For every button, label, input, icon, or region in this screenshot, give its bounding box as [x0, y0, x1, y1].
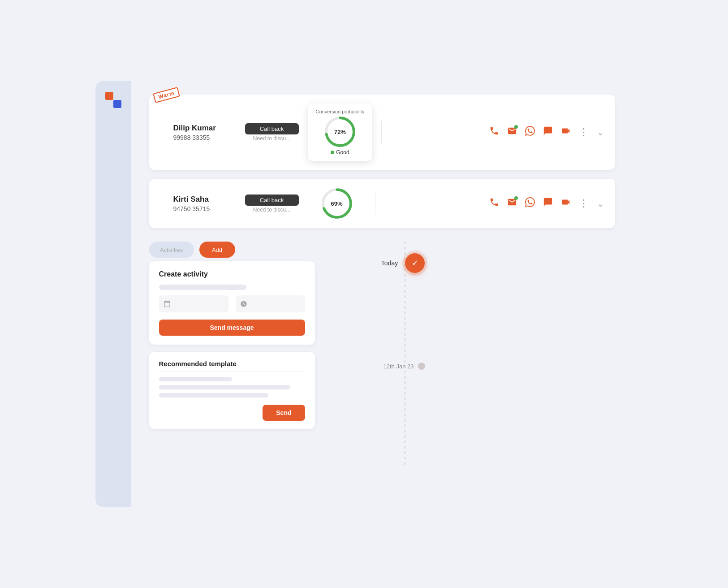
date-time-row: [159, 295, 305, 312]
lead1-quality-badge: Good: [331, 149, 349, 156]
clock-icon: [240, 300, 247, 307]
tab-add[interactable]: Add: [199, 242, 235, 258]
lead2-circular-chart: 69%: [321, 188, 353, 219]
lead1-whatsapp-icon[interactable]: [525, 126, 535, 138]
divider-2: [375, 192, 375, 215]
lead2-more-icon[interactable]: ⋮: [579, 198, 589, 209]
email-notification-dot: [514, 125, 518, 129]
lead1-circular-chart: 72%: [324, 116, 356, 147]
activity-section: Activities Add Create activity: [149, 242, 615, 466]
lead1-phone: 99988 33355: [173, 134, 236, 141]
timeline-today-ring: ✓: [402, 251, 427, 276]
lead2-video-icon[interactable]: [561, 197, 571, 210]
divider-1: [381, 121, 382, 143]
create-activity-card: Create activity Send message: [149, 261, 315, 345]
lead2-phone-icon[interactable]: [489, 197, 499, 210]
template-line-3: [159, 393, 269, 398]
lead2-expand-icon[interactable]: ⌄: [597, 198, 604, 209]
lead1-name: Dilip Kumar: [173, 124, 236, 133]
lead2-percent: 69%: [331, 200, 342, 207]
lead2-conversion: 69%: [308, 188, 366, 219]
timeline-past-dot: [418, 363, 425, 370]
time-input[interactable]: [236, 295, 305, 312]
lead1-status-badge[interactable]: Call back: [245, 123, 299, 134]
lead1-percent: 72%: [334, 129, 346, 135]
lead1-phone-icon[interactable]: [489, 126, 499, 138]
lead2-status-note: Need to discu...: [245, 207, 299, 213]
create-activity-title: Create activity: [159, 270, 305, 278]
lead2-email-dot: [514, 196, 518, 200]
warm-badge: Warm: [153, 87, 180, 103]
lead2-whatsapp-icon[interactable]: [525, 197, 535, 210]
lead1-expand-icon[interactable]: ⌄: [597, 127, 604, 138]
quality-dot: [331, 151, 334, 154]
activity-type-input: [159, 285, 247, 290]
lead2-chat-icon[interactable]: [543, 197, 553, 210]
timeline-past-node: 12th Jan 23: [355, 363, 454, 370]
main-content: Warm Dilip Kumar 99988 33355 Call back N…: [131, 81, 633, 507]
lead2-email-icon[interactable]: [507, 197, 517, 210]
timeline-past-label: 12th Jan 23: [383, 363, 414, 370]
template-send-btn[interactable]: Send: [263, 405, 305, 421]
template-line-2: [159, 385, 290, 389]
app-logo-icon: [103, 90, 123, 110]
lead1-video-icon[interactable]: [561, 126, 571, 138]
lead2-status-badge[interactable]: Call back: [245, 195, 299, 206]
tabs-row: Activities Add: [149, 242, 337, 258]
lead1-status-note: Need to discu...: [245, 135, 299, 142]
tab-activities[interactable]: Activities: [149, 242, 194, 258]
template-line-1: [159, 377, 232, 381]
send-message-btn[interactable]: Send message: [159, 320, 305, 336]
timeline-today-node: Today ✓: [355, 251, 454, 276]
lead1-chat-icon[interactable]: [543, 126, 553, 138]
lead-card-1: Warm Dilip Kumar 99988 33355 Call back N…: [149, 95, 615, 170]
calendar-icon: [164, 300, 171, 307]
lead1-conversion: Conversion probability 72% Good: [308, 104, 373, 161]
activity-left-panel: Activities Add Create activity: [149, 242, 337, 466]
lead2-info: Kirti Saha 94750 35715: [173, 195, 236, 212]
template-title: Recommended template: [159, 360, 305, 372]
sidebar: [95, 81, 131, 507]
conversion-label: Conversion probability: [316, 109, 365, 114]
lead2-actions: ⋮ ⌄: [384, 197, 604, 210]
svg-rect-0: [105, 92, 113, 100]
lead1-email-icon[interactable]: [507, 126, 517, 138]
timeline-today-label: Today: [381, 259, 398, 267]
quality-label: Good: [336, 149, 349, 156]
lead-card-2: Kirti Saha 94750 35715 Call back Need to…: [149, 179, 615, 228]
timeline-check-btn[interactable]: ✓: [405, 253, 425, 273]
lead1-more-icon[interactable]: ⋮: [579, 126, 589, 138]
lead2-name: Kirti Saha: [173, 195, 236, 204]
lead1-conversion-popup: Conversion probability 72% Good: [308, 104, 373, 161]
date-input[interactable]: [159, 295, 228, 312]
lead1-info: Dilip Kumar 99988 33355: [173, 124, 236, 141]
lead2-phone: 94750 35715: [173, 205, 236, 212]
template-card: Recommended template Send: [149, 352, 315, 429]
lead2-status-wrapper: Call back Need to discu...: [245, 195, 299, 213]
template-actions: Send: [159, 401, 305, 421]
lead1-status-wrapper: Call back Need to discu...: [245, 123, 299, 142]
timeline: Today ✓ 12th Jan 23: [355, 242, 454, 466]
svg-rect-1: [113, 100, 121, 108]
lead1-actions: ⋮ ⌄: [391, 126, 604, 138]
